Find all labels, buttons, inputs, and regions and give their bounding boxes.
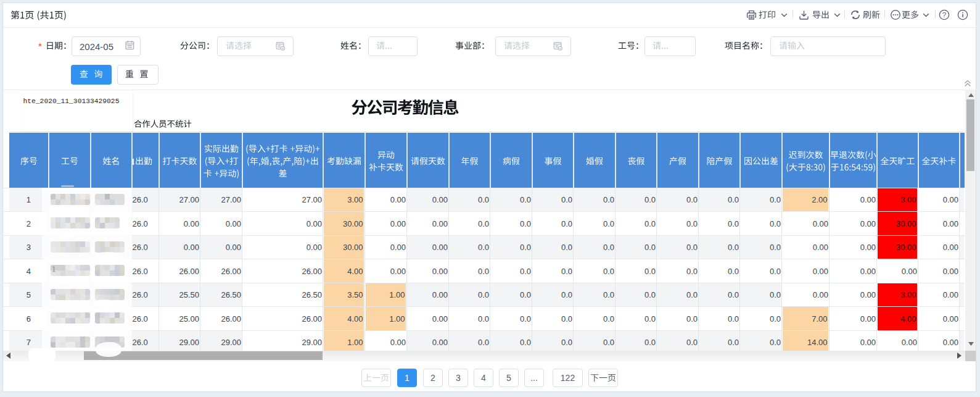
svg-text:?: ? bbox=[942, 11, 946, 19]
